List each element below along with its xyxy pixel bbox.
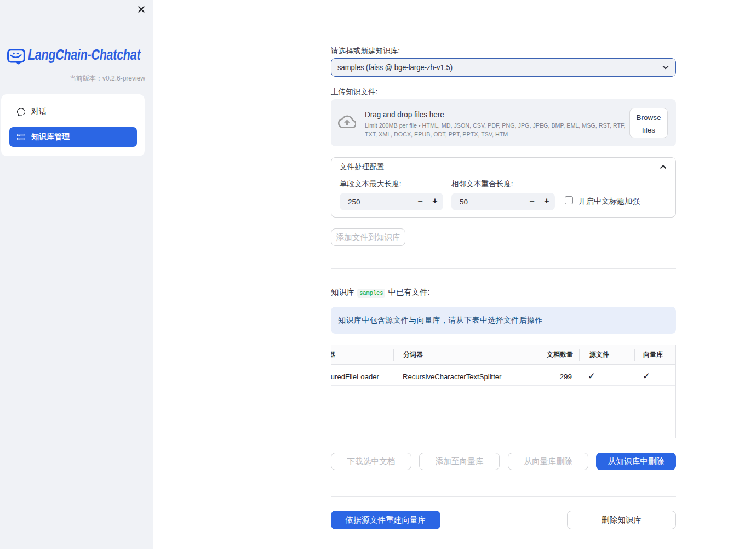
cell-vector-check: ✓: [643, 366, 674, 386]
table-row[interactable]: UnstructuredFileLoader RecursiveCharacte…: [331, 365, 675, 386]
col-vector: 向量库: [643, 345, 675, 364]
zh-title-enhance-label: 开启中文标题加强: [579, 197, 640, 207]
cloud-upload-icon: [338, 115, 356, 128]
chevron-down-icon: [661, 62, 671, 72]
overlap-decrement-button[interactable]: −: [524, 193, 540, 210]
chunk-size-increment-button[interactable]: +: [427, 193, 443, 210]
divider: [331, 268, 676, 269]
upload-label: 上传知识文件:: [331, 87, 377, 97]
rebuild-vector-store-button[interactable]: 依据源文件重建向量库: [331, 511, 440, 529]
files-table[interactable]: 加载器 分词器 文档数量 源文件 向量库 UnstructuredFileLoa…: [331, 345, 676, 438]
divider: [331, 496, 676, 497]
info-alert-text: 知识库中包含源文件与向量库，请从下表中选择文件后操作: [338, 316, 543, 325]
overlap-label: 相邻文本重合长度:: [451, 179, 513, 189]
overlap-increment-button[interactable]: +: [539, 193, 554, 210]
dropzone-limits: Limit 200MB per file • HTML, MD, JSON, C…: [365, 121, 625, 139]
download-selected-button[interactable]: 下载选中文档: [331, 453, 411, 470]
stacked-drives-icon: [17, 133, 25, 141]
col-splitter: 分词器: [403, 345, 513, 364]
dropzone-title: Drag and drop files here: [365, 110, 444, 119]
cell-source-check: ✓: [588, 366, 632, 386]
delete-kb-button[interactable]: 删除知识库: [567, 511, 676, 529]
logo-chat-icon: [7, 49, 25, 65]
kb-select-label: 请选择或新建知识库:: [331, 46, 400, 56]
sidebar-menu: 对话 知识库管理: [1, 94, 145, 156]
chevron-up-icon[interactable]: [660, 165, 666, 169]
kb-files-suffix: 中已有文件:: [388, 288, 429, 296]
delete-from-kb-button[interactable]: 从知识库中删除: [596, 453, 676, 470]
browse-files-button[interactable]: Browse files: [629, 108, 668, 138]
col-docs: 文档数量: [519, 345, 573, 364]
version-value: v0.2.6-preview: [102, 75, 145, 82]
chunk-size-decrement-button[interactable]: −: [413, 193, 428, 210]
expander-title[interactable]: 文件处理配置: [340, 162, 385, 172]
file-config-expander: 文件处理配置 单段文本最大长度: 相邻文本重合长度: 250 − + 50 − …: [331, 157, 676, 218]
version-row: 当前版本：v0.2.6-preview: [0, 74, 145, 83]
main-content: 请选择或新建知识库: samples (faiss @ bge-large-zh…: [153, 0, 756, 549]
table-header: 加载器 分词器 文档数量 源文件 向量库: [331, 345, 675, 365]
cell-splitter: RecursiveCharacterTextSplitter: [403, 367, 501, 387]
sidebar-close-button[interactable]: [135, 3, 148, 16]
logo: LangChain-Chatchat: [6, 48, 147, 66]
cell-docs: 299: [519, 367, 572, 387]
add-to-vector-store-button[interactable]: 添加至向量库: [419, 453, 500, 470]
overlap-input[interactable]: 50 − +: [451, 193, 555, 210]
cell-loader: UnstructuredFileLoader: [331, 367, 379, 387]
kb-select[interactable]: samples (faiss @ bge-large-zh-v1.5): [331, 58, 676, 77]
sidebar-item-label: 知识库管理: [31, 132, 70, 142]
kb-files-prefix: 知识库: [331, 288, 354, 296]
chunk-size-input[interactable]: 250 − +: [340, 193, 443, 210]
version-label: 当前版本：: [70, 75, 102, 82]
kb-select-value: samples (faiss @ bge-large-zh-v1.5): [337, 63, 453, 72]
logo-text: LangChain-Chatchat: [28, 46, 140, 64]
overlap-value: 50: [460, 198, 468, 206]
sidebar-item-label: 对话: [31, 107, 47, 117]
close-icon: [138, 6, 145, 13]
info-alert: 知识库中包含源文件与向量库，请从下表中选择文件后操作: [331, 307, 676, 334]
chunk-size-value: 250: [348, 198, 360, 206]
col-loader: 加载器: [331, 345, 335, 364]
delete-from-vector-store-button[interactable]: 从向量库删除: [508, 453, 588, 470]
kb-files-line: 知识库samples中已有文件:: [331, 287, 429, 298]
file-dropzone[interactable]: Drag and drop files here Limit 200MB per…: [331, 99, 676, 146]
kb-name-code: samples: [357, 289, 385, 298]
add-files-button[interactable]: 添加文件到知识库: [331, 228, 405, 246]
sidebar-item-dialogue[interactable]: 对话: [9, 101, 137, 123]
sidebar-item-knowledge-base[interactable]: 知识库管理: [9, 127, 137, 147]
chat-bubble-icon: [17, 108, 25, 116]
sidebar: LangChain-Chatchat 当前版本：v0.2.6-preview 对…: [0, 0, 153, 549]
col-source: 源文件: [589, 345, 633, 364]
zh-title-enhance-checkbox[interactable]: [565, 196, 573, 204]
chunk-size-label: 单段文本最大长度:: [340, 179, 402, 189]
